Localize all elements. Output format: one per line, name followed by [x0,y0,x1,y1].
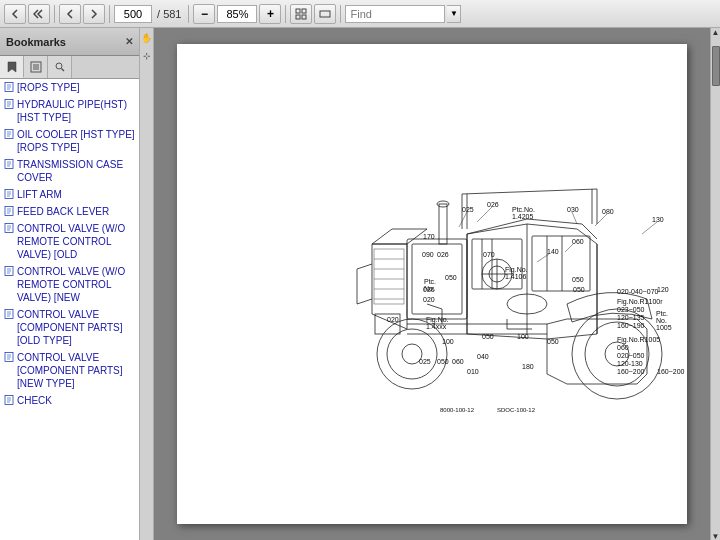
bookmark-icon [4,352,14,362]
svg-text:120: 120 [657,286,669,293]
bookmark-item[interactable]: HYDRAULIC PIPE(HST) [HST TYPE] [0,96,139,126]
nav-back-button[interactable] [4,4,26,24]
bookmark-icon [4,189,14,199]
bookmark-label: TRANSMISSION CASE COVER [17,158,135,184]
svg-text:020: 020 [423,296,435,303]
svg-text:026: 026 [487,201,499,208]
select-tool-icon[interactable]: ⊹ [141,50,153,62]
zoom-out-button[interactable]: − [193,4,215,24]
sidebar: Bookmarks ✕ [ROPS TYPE]HYDRAULIC PIPE(HS… [0,28,140,540]
svg-rect-79 [439,204,447,244]
svg-text:160~200: 160~200 [657,368,685,375]
sep3 [188,5,189,23]
bookmark-item[interactable]: OIL COOLER [HST TYPE] [ROPS TYPE] [0,126,139,156]
bookmark-item[interactable]: CONTROL VALVE (W/O REMOTE CONTROL VALVE)… [0,220,139,263]
main-layout: Bookmarks ✕ [ROPS TYPE]HYDRAULIC PIPE(HS… [0,28,720,540]
scroll-down-button[interactable]: ▼ [712,532,720,540]
bookmark-label: FEED BACK LEVER [17,205,109,218]
svg-point-9 [56,63,62,69]
svg-text:Ptc.: Ptc. [424,278,436,285]
fit-page-button[interactable] [290,4,312,24]
tab-search[interactable] [48,56,72,78]
svg-rect-4 [320,11,330,17]
tab-bookmarks[interactable] [0,56,24,78]
svg-text:160~190: 160~190 [617,322,645,329]
tab-pages[interactable] [24,56,48,78]
page-view: 025 026 Ptc.No. 1.4205 030 080 130 170 0… [177,44,687,524]
bookmark-item[interactable]: LIFT ARM [0,186,139,203]
svg-text:1.4xxx: 1.4xxx [426,323,447,330]
bookmark-label: CONTROL VALVE (W/O REMOTE CONTROL VALVE)… [17,222,135,261]
svg-text:020: 020 [387,316,399,323]
find-input[interactable] [345,5,445,23]
bookmark-item[interactable]: CONTROL VALVE [COMPONENT PARTS] [NEW TYP… [0,349,139,392]
sidebar-tabs [0,56,139,79]
content-area[interactable]: 025 026 Ptc.No. 1.4205 030 080 130 170 0… [154,28,710,540]
svg-text:050: 050 [437,358,449,365]
svg-text:Ptc.No.: Ptc.No. [512,206,535,213]
nav-prev-button[interactable] [59,4,81,24]
bookmark-item[interactable]: [ROPS TYPE] [0,79,139,96]
bookmark-icon [4,395,14,405]
fit-width-button[interactable] [314,4,336,24]
sidebar-close-button[interactable]: ✕ [125,36,133,47]
hand-tool-icon[interactable]: ✋ [141,32,153,44]
svg-text:060: 060 [572,238,584,245]
svg-text:025: 025 [462,206,474,213]
svg-rect-55 [374,249,404,304]
svg-text:070: 070 [483,251,495,258]
scroll-up-button[interactable]: ▲ [712,28,720,36]
bookmark-item[interactable]: FEED BACK LEVER [0,203,139,220]
bookmark-icon [4,159,14,169]
sep5 [340,5,341,23]
svg-text:050: 050 [572,276,584,283]
find-dropdown[interactable]: ▼ [447,5,461,23]
svg-rect-2 [296,15,300,19]
svg-line-10 [61,69,64,72]
svg-text:SDOC-100-12: SDOC-100-12 [497,407,536,413]
bookmark-icon [4,266,14,276]
bookmark-item[interactable]: CHECK [0,392,139,409]
svg-text:120-130: 120-130 [617,360,643,367]
sep1 [54,5,55,23]
page-input[interactable]: 500 [114,5,152,23]
bookmark-label: HYDRAULIC PIPE(HST) [HST TYPE] [17,98,135,124]
svg-line-148 [565,244,573,252]
svg-text:120~135: 120~135 [617,314,645,321]
bookmark-label: OIL COOLER [HST TYPE] [ROPS TYPE] [17,128,135,154]
svg-text:060: 060 [617,344,629,351]
bookmark-label: CONTROL VALVE [COMPONENT PARTS] [OLD TYP… [17,308,135,347]
bookmark-icon [4,129,14,139]
right-scrollbar[interactable]: ▲ ▼ [710,28,720,540]
svg-text:100: 100 [442,338,454,345]
svg-text:040: 040 [477,353,489,360]
svg-line-146 [642,222,657,234]
svg-text:Fig.No.R1005: Fig.No.R1005 [617,336,660,344]
bookmark-item[interactable]: CONTROL VALVE (W/O REMOTE CONTROL VALVE)… [0,263,139,306]
nav-back2-button[interactable] [28,4,50,24]
bookmark-item[interactable]: TRANSMISSION CASE COVER [0,156,139,186]
svg-text:080: 080 [602,208,614,215]
bookmark-icon [4,223,14,233]
bookmark-label: LIFT ARM [17,188,62,201]
svg-text:025: 025 [419,358,431,365]
svg-text:100: 100 [517,333,529,340]
sidebar-content[interactable]: [ROPS TYPE]HYDRAULIC PIPE(HST) [HST TYPE… [0,79,139,540]
bookmark-label: CONTROL VALVE [COMPONENT PARTS] [NEW TYP… [17,351,135,390]
bookmark-icon [4,309,14,319]
svg-text:180: 180 [522,363,534,370]
nav-next-button[interactable] [83,4,105,24]
zoom-input[interactable]: 85% [217,5,257,23]
scroll-thumb[interactable] [712,46,720,86]
svg-line-142 [459,212,467,227]
svg-text:No.: No. [424,285,435,292]
bookmark-item[interactable]: CONTROL VALVE [COMPONENT PARTS] [OLD TYP… [0,306,139,349]
toolbar: 500 / 581 − 85% + ▼ [0,0,720,28]
zoom-in-button[interactable]: + [259,4,281,24]
bookmark-label: [ROPS TYPE] [17,81,80,94]
bookmark-label: CHECK [17,394,52,407]
sep2 [109,5,110,23]
svg-rect-3 [302,15,306,19]
svg-text:Fig.No.R1100r: Fig.No.R1100r [617,298,663,306]
svg-point-73 [387,329,437,379]
